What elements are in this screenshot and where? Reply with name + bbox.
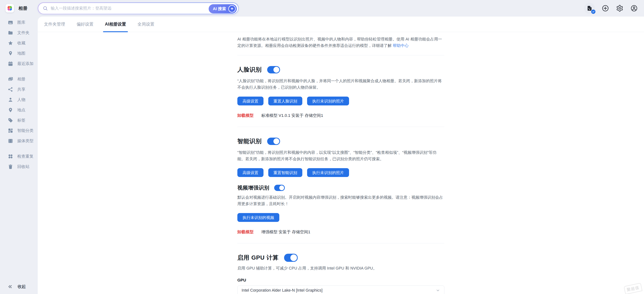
face-reset-button[interactable]: 重置人脸识别 [268, 96, 302, 106]
face-uninstall-model-link[interactable]: 卸载模型 [237, 113, 254, 118]
ai-intro-body: AI 相册功能将在本地运行模型以识别出照片、视频中的人物和内容，帮助你轻松管理相… [237, 37, 442, 48]
smart-advanced-settings-button[interactable]: 高级设置 [237, 168, 264, 177]
folder-icon [8, 30, 13, 36]
face-recognition-desc: “人脸识别”功能，将识别照片和视频中的人脸，并将同一个人的照片和视频聚合成人物相… [237, 78, 444, 91]
sidebar-item-favorites[interactable]: 收藏 [0, 38, 38, 48]
gpu-compute-toggle[interactable] [284, 254, 298, 262]
gallery-icon [8, 20, 13, 25]
sidebar-item-label: 地图 [17, 50, 26, 56]
sidebar-item-places[interactable]: 地点 [0, 105, 38, 115]
search-bar: AI 搜索 [38, 2, 239, 14]
watermark: 聚超值 [624, 283, 642, 294]
video-enhanced-recognition-title: 视频增强识别 [237, 184, 270, 191]
sidebar-group-library: 图库 文件夹 收藏 [0, 17, 38, 69]
sidebar-item-label: 图库 [17, 20, 26, 25]
face-model-info: 标准模型 V1.0.1 安装于 存储空间1 [261, 113, 323, 118]
sidebar-item-recycle-bin[interactable]: 回收站 [0, 162, 38, 172]
share-icon [8, 87, 13, 92]
smart-category-icon [8, 128, 13, 134]
section-divider [237, 127, 444, 127]
sidebar-item-label: 共享 [17, 87, 26, 92]
gpu-compute-title: 启用 GPU 计算 [237, 254, 278, 262]
sidebar-item-folders[interactable]: 文件夹 [0, 28, 38, 38]
gpu-field-label: GPU [237, 278, 444, 282]
gear-icon [616, 4, 624, 12]
sparkle-icon [228, 5, 236, 12]
sidebar-item-label: 智能分类 [17, 128, 34, 134]
sidebar-item-gallery[interactable]: 图库 [0, 17, 38, 28]
topbar: 相册 AI 搜索 [0, 0, 644, 16]
sidebar-item-check-duplicates[interactable]: 检查重复 [0, 151, 38, 162]
video-enhanced-recognition-desc: 默认会对视频进行基础识别。开启则对视频内容增强识别，搜索时能够搜索出更多的视频。… [237, 194, 444, 207]
sidebar-item-media-types[interactable]: 媒体类型 [0, 136, 38, 146]
tab-folder-management[interactable]: 文件夹管理 [43, 21, 66, 32]
location-icon [8, 107, 13, 113]
ai-intro-text: AI 相册功能将在本地运行模型以识别出照片、视频中的人物和内容，帮助你轻松管理相… [237, 36, 444, 49]
sidebar-group-collections: 相册 共享 人物 [0, 74, 38, 146]
star-icon [8, 40, 13, 46]
gpu-compute-desc: 启用 GPU 辅助计算，可减少 CPU 占用，支持调用 Intel GPU 和 … [237, 265, 444, 272]
smart-run-unrecognized-photos-button[interactable]: 执行未识别的照片 [307, 168, 349, 177]
sidebar-item-tags[interactable]: 标签 [0, 115, 38, 126]
sidebar-item-label: 文件夹 [17, 30, 30, 36]
trash-icon [8, 164, 13, 170]
gpu-select[interactable]: Intel Corporation Alder Lake-N [Intel Gr… [237, 286, 444, 294]
sidebar-item-recent-added[interactable]: 最近添加 [0, 58, 38, 69]
app-title: 相册 [18, 5, 28, 11]
sidebar-item-smart-categories[interactable]: 智能分类 [0, 126, 38, 136]
map-icon [8, 50, 13, 56]
face-recognition-toggle[interactable] [267, 66, 280, 74]
sidebar-item-people[interactable]: 人物 [0, 94, 38, 105]
face-advanced-settings-button[interactable]: 高级设置 [237, 96, 264, 106]
sidebar-item-label: 检查重复 [17, 154, 34, 159]
sidebar-item-label: 标签 [17, 118, 26, 123]
section-divider [237, 243, 444, 244]
task-status-button[interactable] [584, 3, 595, 14]
sidebar-item-shared[interactable]: 共享 [0, 84, 38, 94]
smart-reset-button[interactable]: 重置智能识别 [268, 168, 302, 177]
smart-recognition-section: 智能识别 “智能识别”功能，将识别照片和视频中的内容，以实现“以文搜图”、“智能… [237, 137, 444, 235]
section-divider [237, 55, 444, 56]
sidebar-item-label: 地点 [17, 107, 26, 113]
face-run-unrecognized-photos-button[interactable]: 执行未识别的照片 [307, 96, 349, 106]
smart-recognition-title: 智能识别 [237, 137, 262, 145]
media-type-icon [8, 138, 13, 144]
sidebar: 图库 文件夹 收藏 [0, 16, 38, 294]
sidebar-nav: 图库 文件夹 收藏 [0, 16, 38, 172]
add-button[interactable] [601, 4, 610, 12]
gpu-selected-option: Intel Corporation Alder Lake-N [Intel Gr… [242, 288, 322, 293]
tag-icon [8, 118, 13, 123]
chevron-down-icon [436, 288, 440, 292]
tab-global-settings[interactable]: 全局设置 [136, 21, 156, 32]
search-input[interactable] [48, 6, 236, 11]
search-icon [43, 6, 48, 11]
smart-recognition-desc: “智能识别”功能，将识别照片和视频中的内容，以实现“以文搜图”、“智能分类”、“… [237, 150, 444, 162]
video-run-unrecognized-videos-button[interactable]: 执行未识别的视频 [237, 213, 279, 222]
settings-button[interactable] [616, 4, 624, 12]
ai-search-button[interactable]: AI 搜索 [209, 4, 236, 14]
ai-search-label: AI 搜索 [213, 6, 226, 12]
video-enhanced-recognition-header: 视频增强识别 [237, 184, 444, 191]
sidebar-item-label: 媒体类型 [17, 138, 34, 144]
sidebar-item-label: 相册 [17, 76, 26, 82]
tab-ai-album-settings[interactable]: AI相册设置 [104, 21, 127, 32]
account-button[interactable] [630, 4, 638, 12]
video-uninstall-model-link[interactable]: 卸载模型 [237, 229, 254, 235]
face-recognition-title: 人脸识别 [237, 66, 262, 74]
gpu-compute-section: 启用 GPU 计算 启用 GPU 辅助计算，可减少 CPU 占用，支持调用 In… [237, 254, 444, 294]
tab-preferences[interactable]: 偏好设置 [76, 21, 94, 32]
sidebar-item-label: 最近添加 [17, 61, 34, 66]
sidebar-item-map[interactable]: 地图 [0, 48, 38, 58]
help-center-link[interactable]: 帮助中心 [393, 44, 408, 48]
person-icon [8, 97, 13, 102]
smart-recognition-toggle[interactable] [267, 138, 280, 145]
sidebar-collapse-button[interactable]: 收起 [0, 282, 38, 292]
album-icon [8, 76, 13, 82]
video-enhanced-recognition-toggle[interactable] [274, 185, 285, 191]
sidebar-item-label: 人物 [17, 97, 26, 102]
topbar-actions [584, 0, 638, 16]
sidebar-item-albums[interactable]: 相册 [0, 74, 38, 84]
check-duplicates-icon [8, 154, 13, 159]
ai-album-settings-content: AI 相册功能将在本地运行模型以识别出照片、视频中的人物和内容，帮助你轻松管理相… [237, 32, 444, 294]
collapse-label: 收起 [18, 284, 26, 290]
